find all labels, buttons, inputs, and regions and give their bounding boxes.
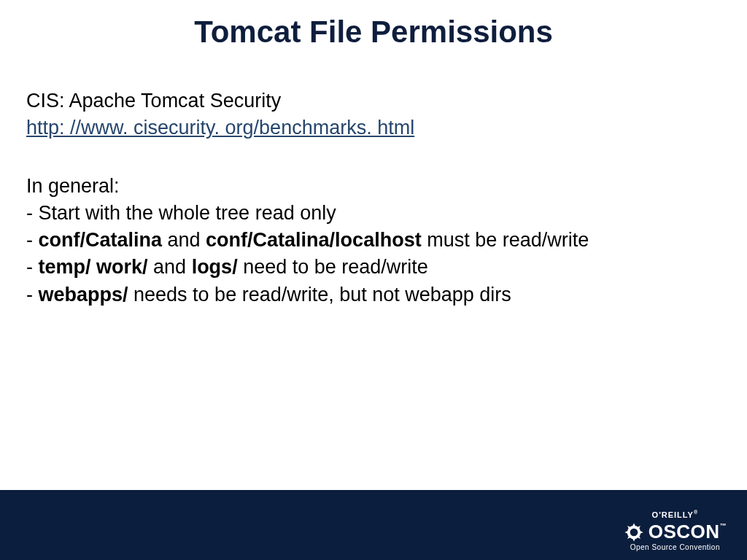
footer-bar: O'REILLY® [0, 490, 747, 560]
general-block: In general: - Start with the whole tree … [26, 173, 721, 308]
bullet-2: - conf/Catalina and conf/Catalina/localh… [26, 227, 721, 254]
slide-title: Tomcat File Permissions [0, 0, 747, 50]
b4-bold: webapps/ [39, 284, 128, 306]
footer-tagline: Open Source Convention [624, 543, 727, 551]
oreilly-text: O'REILLY [652, 510, 694, 519]
benchmarks-link[interactable]: http: //www. cisecurity. org/benchmarks.… [26, 117, 414, 139]
slide-content: CIS: Apache Tomcat Security http: //www.… [0, 50, 747, 308]
oscon-label: OSCON [649, 521, 720, 542]
b2-mid: and [162, 229, 206, 251]
svg-point-2 [631, 529, 636, 534]
intro-link-wrap: http: //www. cisecurity. org/benchmarks.… [26, 114, 721, 141]
oscon-row: OSCON™ [624, 521, 727, 543]
b3-pre: - [26, 256, 39, 278]
general-heading: In general: [26, 173, 721, 200]
b2-bold1: conf/Catalina [39, 229, 163, 251]
registered-mark: ® [694, 510, 698, 515]
b3-post: need to be read/write [238, 256, 428, 278]
trademark-mark: ™ [720, 522, 727, 529]
intro-block: CIS: Apache Tomcat Security http: //www.… [26, 88, 721, 142]
oscon-text: OSCON™ [649, 521, 727, 543]
footer-logo: O'REILLY® [624, 510, 727, 551]
intro-line: CIS: Apache Tomcat Security [26, 88, 721, 114]
gear-icon [624, 522, 644, 542]
b2-pre: - [26, 229, 39, 251]
bullet-4: - webapps/ needs to be read/write, but n… [26, 281, 721, 308]
b3-bold2: work/ [96, 256, 148, 278]
b3-bold3: logs/ [192, 256, 238, 278]
b2-bold2: conf/Catalina/localhost [206, 229, 422, 251]
b3-mid1 [91, 256, 97, 278]
bullet-1: - Start with the whole tree read only [26, 200, 721, 227]
slide: Tomcat File Permissions CIS: Apache Tomc… [0, 0, 747, 560]
oreilly-brand: O'REILLY® [624, 510, 727, 519]
b4-post: needs to be read/write, but not webapp d… [128, 284, 511, 306]
b3-bold1: temp/ [39, 256, 91, 278]
b3-mid2: and [148, 256, 192, 278]
bullet-3: - temp/ work/ and logs/ need to be read/… [26, 254, 721, 281]
b4-pre: - [26, 284, 39, 306]
b2-post: must be read/write [422, 229, 589, 251]
